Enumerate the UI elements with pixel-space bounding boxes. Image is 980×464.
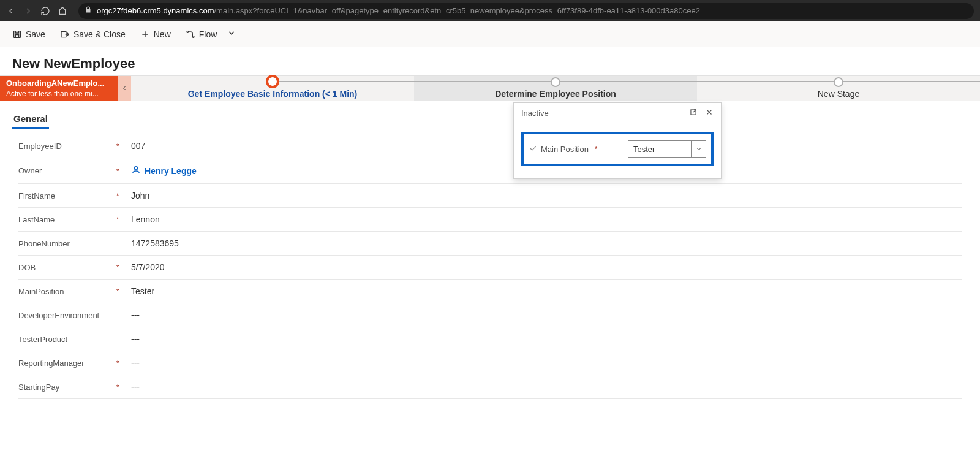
form-row: DOB*5/7/2020 [18, 256, 962, 280]
required-marker: * [595, 145, 597, 153]
field-label: FirstName [18, 191, 116, 200]
field-label: PhoneNumber [18, 239, 116, 248]
field-label: TesterProduct [18, 335, 116, 344]
required-marker: * [116, 383, 131, 390]
stage-node-icon [834, 77, 843, 87]
field-value[interactable]: Tester [131, 286, 154, 296]
save-close-button[interactable]: Save & Close [59, 27, 127, 42]
required-marker: * [116, 359, 131, 367]
main-position-select[interactable]: Tester [628, 140, 706, 158]
process-collapse-button[interactable] [118, 76, 131, 101]
new-label: New [154, 29, 171, 39]
stage-popup-header: Inactive [514, 103, 721, 123]
form-row: ReportingManager*--- [18, 351, 962, 375]
process-status: Active for less than one mi... [6, 89, 111, 99]
save-label: Save [26, 29, 45, 39]
stage-popup: Inactive Main Position * Tester [513, 102, 722, 179]
reload-icon[interactable] [40, 6, 50, 16]
lock-icon [85, 6, 92, 15]
popout-icon[interactable] [689, 108, 698, 118]
stage-get-employee-info[interactable]: Get Employee Basic Information (< 1 Min) [131, 76, 414, 101]
url-bar[interactable]: orgc27fdeb6.crm5.dynamics.com/main.aspx?… [78, 3, 974, 19]
save-close-label: Save & Close [74, 29, 126, 39]
process-bar: OnboardingANewEmplo... Active for less t… [0, 75, 980, 101]
field-label: Owner [18, 166, 116, 175]
save-close-icon [60, 29, 70, 39]
form-row: PhoneNumber1472583695 [18, 232, 962, 256]
stage-determine-position[interactable]: Determine Employee Position [414, 76, 697, 101]
chevron-down-icon [227, 28, 236, 40]
page-header: New NewEmployee [0, 47, 980, 75]
form-row: StartingPay*--- [18, 375, 962, 399]
stage-label: Determine Employee Position [495, 89, 616, 99]
svg-point-3 [192, 36, 194, 37]
required-marker: * [116, 167, 131, 175]
field-value[interactable]: 007 [131, 141, 145, 151]
svg-point-5 [134, 167, 137, 170]
owner-link[interactable]: Henry Legge [131, 165, 197, 177]
field-value[interactable]: --- [131, 382, 140, 392]
field-label: DOB [18, 263, 116, 272]
field-value[interactable]: 5/7/2020 [131, 262, 165, 272]
form-row: LastName*Lennon [18, 208, 962, 232]
stage-popup-status: Inactive [521, 108, 549, 118]
plus-icon [140, 29, 150, 39]
required-marker: * [116, 287, 131, 295]
field-value[interactable]: Henry Legge [131, 165, 197, 177]
field-label: ReportingManager [18, 359, 116, 368]
new-button[interactable]: New [139, 27, 172, 42]
required-marker: * [116, 192, 131, 199]
process-name: OnboardingANewEmplo... [6, 78, 111, 89]
field-value[interactable]: --- [131, 334, 140, 344]
form-row: TesterProduct--- [18, 327, 962, 351]
save-icon [12, 29, 22, 39]
person-icon [131, 165, 141, 177]
stage-label: New Stage [818, 89, 859, 99]
save-button[interactable]: Save [11, 27, 47, 42]
field-value[interactable]: --- [131, 358, 140, 368]
field-value[interactable]: John [131, 191, 149, 200]
url-path: /main.aspx?forceUCI=1&navbar=off&pagetyp… [214, 6, 699, 15]
required-marker: * [116, 264, 131, 271]
form-row: Owner*Henry Legge [18, 158, 962, 184]
svg-point-2 [187, 31, 189, 32]
close-icon[interactable] [705, 108, 714, 118]
field-label: StartingPay [18, 382, 116, 392]
url-domain: orgc27fdeb6.crm5.dynamics.com [97, 6, 214, 15]
check-icon [529, 144, 537, 154]
form-row: EmployeeID*007 [18, 134, 962, 158]
home-icon[interactable] [58, 6, 67, 16]
browser-chrome: orgc27fdeb6.crm5.dynamics.com/main.aspx?… [0, 0, 980, 21]
field-value[interactable]: --- [131, 310, 140, 320]
tab-label: General [13, 113, 48, 124]
required-marker: * [116, 216, 131, 223]
tab-general[interactable]: General [12, 110, 49, 129]
main-position-value: Tester [628, 141, 691, 157]
required-marker: * [116, 142, 131, 150]
flow-button[interactable]: Flow [184, 26, 238, 42]
chevron-down-icon[interactable] [691, 141, 706, 157]
forward-icon[interactable] [23, 6, 33, 16]
process-info[interactable]: OnboardingANewEmplo... Active for less t… [0, 76, 118, 101]
field-label: EmployeeID [18, 142, 116, 151]
main-position-label: Main Position [541, 145, 589, 154]
flow-icon [186, 29, 195, 39]
form-row: FirstName*John [18, 184, 962, 208]
field-label: LastName [18, 215, 116, 224]
form-row: DeveloperEnvironment--- [18, 303, 962, 327]
flow-label: Flow [199, 29, 217, 39]
app-toolbar: Save Save & Close New Flow [0, 21, 980, 47]
form-general: EmployeeID*007Owner*Henry LeggeFirstName… [0, 129, 980, 399]
back-icon[interactable] [6, 6, 16, 16]
field-value[interactable]: Lennon [131, 215, 160, 224]
tab-row: General [0, 104, 980, 129]
field-label: MainPosition [18, 287, 116, 296]
form-row: MainPosition*Tester [18, 280, 962, 303]
field-label: DeveloperEnvironment [18, 311, 116, 320]
page-title: New NewEmployee [12, 56, 968, 72]
main-position-highlight: Main Position * Tester [521, 132, 714, 166]
field-value[interactable]: 1472583695 [131, 238, 179, 248]
owner-name: Henry Legge [145, 166, 197, 176]
stage-node-icon [551, 77, 560, 87]
stage-new-stage[interactable]: New Stage [697, 76, 980, 101]
